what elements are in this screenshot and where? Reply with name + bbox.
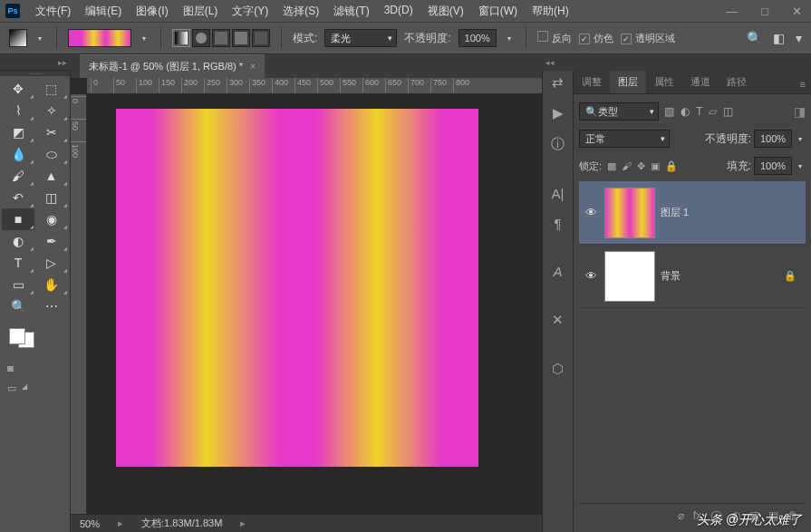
tab-paths[interactable]: 路径 — [719, 71, 755, 93]
edit-toolbar[interactable]: ⋯ — [35, 295, 68, 317]
menu-window[interactable]: 窗口(W) — [472, 1, 524, 22]
radial-gradient-button[interactable] — [192, 29, 210, 47]
foreground-color[interactable] — [9, 328, 25, 344]
patch-tool[interactable]: ⬭◢ — [35, 143, 68, 165]
visibility-toggle[interactable]: 👁 — [583, 269, 599, 283]
type-tool[interactable]: T◢ — [2, 252, 34, 274]
slice-tool[interactable]: ✂◢ — [35, 121, 68, 143]
history-brush-tool[interactable]: ↶◢ — [2, 187, 34, 208]
tool-collapse-bar[interactable]: ▸▸ — [0, 54, 71, 71]
filter-type-icon[interactable]: T — [696, 105, 702, 118]
shape-tool[interactable]: ▭◢ — [2, 274, 34, 295]
visibility-toggle[interactable]: 👁 — [583, 206, 599, 219]
lock-transparency-icon[interactable]: ▩ — [607, 160, 616, 172]
tools-panel-icon[interactable]: ✕ — [552, 312, 564, 328]
info-panel-icon[interactable]: ⓘ — [551, 136, 565, 153]
lock-artboard-icon[interactable]: ▣ — [651, 160, 660, 172]
3d-panel-icon[interactable]: ⬡ — [552, 361, 564, 377]
filter-pixel-icon[interactable]: ▧ — [664, 105, 674, 118]
screen-mode-icon[interactable]: ▭ — [7, 382, 16, 394]
menu-help[interactable]: 帮助(H) — [526, 1, 575, 22]
opacity-dropdown[interactable]: ▾ — [504, 34, 515, 43]
canvas[interactable] — [87, 94, 542, 514]
move-tool[interactable]: ✥◢ — [2, 78, 34, 100]
layer-opacity-input[interactable]: 100% — [754, 130, 792, 148]
menu-select[interactable]: 选择(S) — [276, 1, 325, 22]
screen-mode-dropdown[interactable]: ◢ — [22, 382, 27, 394]
link-layers-icon[interactable]: ⌀ — [678, 509, 684, 522]
opacity-input[interactable]: 100% — [459, 29, 497, 47]
layer-thumbnail[interactable] — [604, 251, 655, 302]
fill-input[interactable]: 100% — [754, 157, 792, 175]
document-tab[interactable]: 未标题-1 @ 50% (图层 1, RGB/8) * × — [80, 54, 265, 78]
reverse-checkbox[interactable]: 反向 — [537, 31, 572, 45]
tab-properties[interactable]: 属性 — [646, 71, 682, 93]
tab-channels[interactable]: 通道 — [682, 71, 719, 93]
layer-row[interactable]: 👁 背景 🔒 — [579, 245, 806, 308]
panel-menu-icon[interactable]: ≡ — [795, 75, 811, 93]
history-panel-icon[interactable]: ⇄ — [552, 74, 564, 91]
glyphs-panel-icon[interactable]: A — [553, 264, 562, 279]
diamond-gradient-button[interactable] — [252, 29, 270, 47]
tab-layers[interactable]: 图层 — [610, 71, 646, 93]
lock-image-icon[interactable]: 🖌 — [622, 160, 632, 172]
panel-collapse-bar[interactable]: ◂◂ — [542, 54, 811, 71]
magic-wand-tool[interactable]: ✧◢ — [35, 100, 68, 121]
lock-position-icon[interactable]: ✥ — [637, 160, 645, 172]
brush-tool[interactable]: 🖌◢ — [2, 165, 34, 187]
layer-thumbnail[interactable] — [604, 188, 655, 238]
angle-gradient-button[interactable] — [212, 29, 230, 47]
menu-image[interactable]: 图像(I) — [130, 1, 174, 22]
gradient-dropdown[interactable]: ▾ — [139, 34, 150, 43]
menu-type[interactable]: 文字(Y) — [226, 1, 275, 22]
character-panel-icon[interactable]: A| — [552, 186, 565, 201]
reflected-gradient-button[interactable] — [232, 29, 250, 47]
filter-adjust-icon[interactable]: ◐ — [681, 105, 690, 118]
zoom-level[interactable]: 50% — [80, 518, 100, 529]
path-select-tool[interactable]: ▷◢ — [35, 252, 68, 274]
maximize-button[interactable]: □ — [758, 5, 772, 18]
close-button[interactable]: ✕ — [788, 5, 806, 18]
menu-view[interactable]: 视图(V) — [421, 1, 470, 22]
quick-mask-icon[interactable]: ◙ — [7, 363, 14, 373]
close-tab-icon[interactable]: × — [250, 62, 256, 72]
gradient-editor[interactable] — [68, 29, 131, 47]
marquee-tool[interactable]: ⬚◢ — [35, 78, 68, 100]
menu-file[interactable]: 文件(F) — [29, 1, 77, 22]
zoom-tool[interactable]: 🔍 — [2, 295, 34, 317]
pen-tool[interactable]: ✒◢ — [35, 230, 68, 252]
menu-filter[interactable]: 滤镜(T) — [327, 1, 375, 22]
minimize-button[interactable]: — — [722, 5, 741, 18]
dodge-tool[interactable]: ◐◢ — [2, 230, 34, 252]
search-icon[interactable]: 🔍 — [747, 31, 762, 45]
eraser-tool[interactable]: ◫◢ — [35, 187, 68, 208]
layer-name[interactable]: 图层 1 — [661, 206, 802, 219]
transparency-checkbox[interactable]: ✓透明区域 — [621, 32, 675, 45]
hand-tool[interactable]: ✋◢ — [35, 274, 68, 295]
gradient-tool[interactable]: ■◢ — [2, 208, 34, 230]
menu-edit[interactable]: 编辑(E) — [79, 1, 128, 22]
filter-shape-icon[interactable]: ▱ — [709, 105, 717, 118]
workspace-icon[interactable]: ▾ — [796, 31, 802, 45]
tab-adjustments[interactable]: 调整 — [574, 71, 610, 93]
blur-tool[interactable]: ◉◢ — [35, 208, 68, 230]
layer-row[interactable]: 👁 图层 1 — [579, 181, 806, 245]
tool-preset-picker[interactable] — [9, 29, 27, 47]
filter-toggle[interactable]: ◨ — [794, 104, 806, 119]
filter-smart-icon[interactable]: ◫ — [723, 105, 733, 118]
menu-layer[interactable]: 图层(L) — [177, 1, 225, 22]
lock-all-icon[interactable]: 🔒 — [665, 160, 678, 172]
doc-status[interactable]: 文档:1.83M/1.83M — [141, 517, 222, 530]
stamp-tool[interactable]: ▲◢ — [35, 165, 68, 187]
linear-gradient-button[interactable] — [172, 29, 190, 47]
share-icon[interactable]: ◧ — [773, 31, 785, 45]
blend-mode-select[interactable]: 柔光 — [324, 29, 397, 47]
tool-preset-dropdown[interactable]: ▾ — [34, 34, 45, 43]
dither-checkbox[interactable]: ✓仿色 — [579, 32, 613, 45]
layer-blend-select[interactable]: 正常 — [579, 130, 670, 148]
eyedropper-tool[interactable]: 💧◢ — [2, 143, 34, 165]
crop-tool[interactable]: ◩◢ — [2, 121, 34, 143]
lasso-tool[interactable]: ⌇◢ — [2, 100, 34, 121]
paragraph-panel-icon[interactable]: ¶ — [554, 216, 561, 231]
menu-3d[interactable]: 3D(D) — [378, 1, 420, 22]
